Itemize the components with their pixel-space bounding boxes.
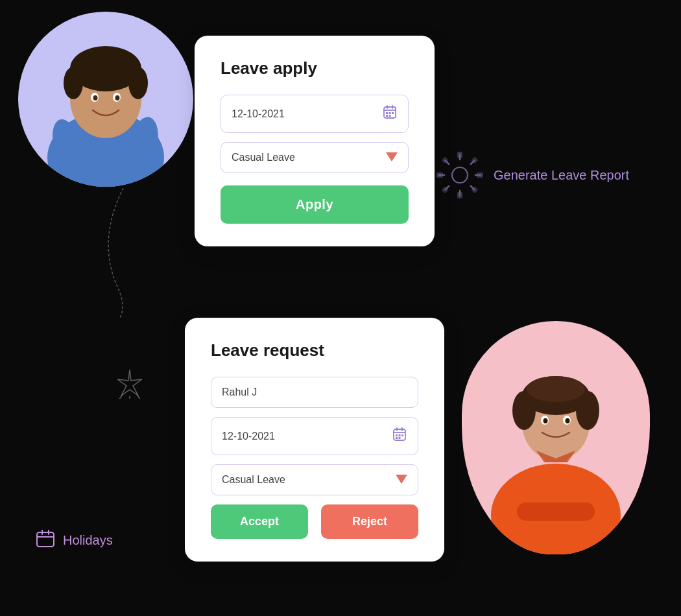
- apply-button[interactable]: Apply: [221, 185, 409, 224]
- holidays-widget[interactable]: Holidays: [36, 529, 113, 551]
- sparkle-decoration: [114, 366, 146, 401]
- accept-button[interactable]: Accept: [211, 504, 308, 539]
- svg-rect-56: [399, 437, 401, 439]
- request-leave-type-dropdown[interactable]: Casual Leave: [211, 464, 418, 495]
- request-dropdown-icon: [396, 475, 407, 486]
- request-leave-type-value: Casual Leave: [222, 474, 285, 486]
- svg-point-4: [64, 67, 83, 99]
- svg-rect-37: [386, 115, 388, 117]
- svg-marker-57: [396, 475, 407, 484]
- date-value: 12-10-2021: [232, 108, 285, 120]
- svg-rect-40: [457, 152, 462, 158]
- employee-name-field[interactable]: Rahul J: [211, 377, 418, 408]
- blue-avatar-bg: [18, 12, 193, 187]
- svg-line-27: [119, 394, 123, 399]
- svg-point-26: [566, 418, 570, 423]
- svg-rect-53: [399, 434, 401, 436]
- leave-type-value: Casual Leave: [232, 152, 295, 163]
- date-field[interactable]: 12-10-2021: [221, 95, 409, 133]
- svg-rect-36: [392, 112, 394, 114]
- pink-avatar-bg: [462, 321, 650, 554]
- svg-rect-52: [396, 434, 398, 436]
- leave-apply-title: Leave apply: [221, 58, 409, 78]
- svg-point-5: [128, 67, 148, 99]
- svg-point-9: [115, 95, 120, 101]
- request-date-value: 12-10-2021: [222, 431, 275, 442]
- svg-rect-41: [457, 192, 462, 198]
- calendar-icon: [382, 104, 398, 123]
- leave-apply-card: Leave apply 12-10-2021 Casual Leave: [195, 36, 435, 246]
- leave-type-dropdown[interactable]: Casual Leave: [221, 142, 409, 173]
- leave-request-card: Leave request Rahul J 12-10-2021 Casual …: [185, 318, 444, 562]
- svg-line-29: [136, 394, 141, 399]
- request-calendar-icon: [392, 427, 407, 445]
- svg-point-25: [544, 418, 548, 423]
- generate-report-widget[interactable]: Generate Leave Report: [434, 149, 629, 201]
- reject-button[interactable]: Reject: [321, 504, 418, 539]
- holidays-label: Holidays: [63, 533, 113, 548]
- svg-rect-38: [389, 115, 391, 117]
- employee-name-value: Rahul J: [222, 386, 257, 398]
- svg-rect-34: [386, 112, 388, 114]
- dropdown-icon: [386, 152, 398, 163]
- svg-rect-55: [396, 437, 398, 439]
- action-buttons-row: Accept Reject: [211, 504, 418, 539]
- svg-rect-43: [477, 172, 483, 178]
- svg-rect-42: [436, 172, 443, 178]
- svg-point-21: [576, 391, 599, 430]
- svg-point-20: [512, 391, 536, 430]
- decorative-curve: [84, 188, 149, 318]
- leave-request-title: Leave request: [211, 340, 418, 361]
- svg-point-22: [527, 376, 585, 402]
- svg-point-8: [93, 95, 98, 101]
- svg-marker-39: [386, 152, 398, 161]
- generate-report-label: Generate Leave Report: [494, 168, 629, 183]
- svg-rect-58: [37, 532, 54, 547]
- svg-rect-35: [389, 112, 391, 114]
- svg-rect-16: [517, 503, 595, 521]
- svg-rect-54: [401, 434, 403, 436]
- request-date-field[interactable]: 12-10-2021: [211, 417, 418, 455]
- calendar-holidays-icon: [36, 529, 55, 551]
- gear-icon: [434, 149, 486, 201]
